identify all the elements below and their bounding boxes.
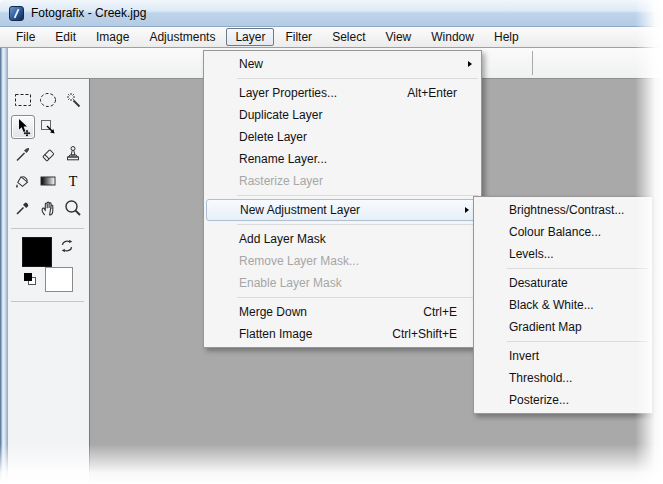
foreground-color-swatch[interactable] [22, 237, 52, 267]
menu-item-label: Delete Layer [239, 130, 307, 144]
fill-tool[interactable] [11, 169, 35, 193]
move-tool[interactable] [11, 115, 35, 139]
hand-tool[interactable] [36, 196, 60, 220]
menu-item-label: Threshold... [509, 371, 572, 385]
zoom-icon [63, 198, 83, 218]
menubar-item-layer[interactable]: Layer [226, 28, 274, 46]
menu-separator [507, 341, 649, 342]
ellipse-select-tool[interactable] [36, 88, 60, 112]
menu-item-rename-layer[interactable]: Rename Layer... [204, 148, 481, 170]
gradient-icon [38, 171, 58, 191]
fill-icon [13, 171, 33, 191]
brush-tool[interactable] [11, 142, 35, 166]
menu-item-label: Rename Layer... [239, 152, 327, 166]
transform-icon [38, 117, 58, 137]
menu-item-label: Posterize... [509, 393, 569, 407]
menu-item-flatten-image[interactable]: Flatten ImageCtrl+Shift+E [204, 323, 481, 345]
toolbox-empty-cell [61, 115, 85, 139]
hand-icon [38, 198, 58, 218]
menubar-item-view[interactable]: View [376, 28, 420, 46]
ellipse-select-icon [38, 90, 58, 110]
default-colors-icon[interactable] [22, 271, 38, 287]
eraser-tool[interactable] [36, 142, 60, 166]
clone-stamp-tool[interactable] [61, 142, 85, 166]
menu-item-rasterize-layer: Rasterize Layer [204, 170, 481, 192]
move-icon [13, 117, 33, 137]
menu-item-remove-layer-mask: Remove Layer Mask... [204, 250, 481, 272]
menubar-item-edit[interactable]: Edit [46, 28, 85, 46]
menu-item-shortcut: Ctrl+Shift+E [392, 327, 473, 341]
layer-menu-popup: NewLayer Properties...Alt+EnterDuplicate… [203, 50, 482, 348]
menu-item-posterize[interactable]: Posterize... [474, 389, 652, 411]
menu-item-duplicate-layer[interactable]: Duplicate Layer [204, 104, 481, 126]
menubar-item-window[interactable]: Window [422, 28, 483, 46]
menu-item-invert[interactable]: Invert [474, 345, 652, 367]
menu-item-label: New Adjustment Layer [240, 203, 360, 217]
submenu-arrow-icon [468, 61, 472, 67]
menu-item-label: Add Layer Mask [239, 232, 326, 246]
menu-item-add-layer-mask[interactable]: Add Layer Mask [204, 228, 481, 250]
text-icon: T [63, 171, 83, 191]
menu-item-label: Flatten Image [239, 327, 312, 341]
menu-item-black-white[interactable]: Black & White... [474, 294, 652, 316]
menu-item-levels[interactable]: Levels... [474, 243, 652, 265]
menu-item-layer-properties[interactable]: Layer Properties...Alt+Enter [204, 82, 481, 104]
options-bar-separator [532, 51, 533, 75]
gradient-tool[interactable] [36, 169, 60, 193]
menu-item-label: Merge Down [239, 305, 307, 319]
eyedropper-tool[interactable] [11, 196, 35, 220]
tool-grid: T [11, 88, 85, 220]
menu-item-enable-layer-mask: Enable Layer Mask [204, 272, 481, 294]
new-adjustment-layer-submenu: Brightness/Contrast...Colour Balance...L… [473, 196, 653, 414]
magic-wand-tool[interactable] [61, 88, 85, 112]
menu-item-new[interactable]: New [204, 53, 481, 75]
menu-item-label: Black & White... [509, 298, 594, 312]
menu-item-label: Layer Properties... [239, 86, 337, 100]
menu-item-label: Remove Layer Mask... [239, 254, 359, 268]
swap-colors-icon[interactable] [59, 238, 75, 254]
menu-item-label: Brightness/Contrast... [509, 203, 624, 217]
clone-stamp-icon [63, 144, 83, 164]
titlebar[interactable]: Fotografix - Creek.jpg [0, 0, 663, 27]
zoom-tool[interactable] [61, 196, 85, 220]
menu-item-label: Rasterize Layer [239, 174, 323, 188]
menu-item-colour-balance[interactable]: Colour Balance... [474, 221, 652, 243]
menu-item-delete-layer[interactable]: Delete Layer [204, 126, 481, 148]
menu-item-new-adjustment-layer[interactable]: New Adjustment Layer [206, 199, 479, 221]
eyedropper-icon [13, 198, 33, 218]
menu-item-shortcut: Alt+Enter [407, 86, 473, 100]
menu-item-label: Levels... [509, 247, 554, 261]
menubar: FileEditImageAdjustmentsLayerFilterSelec… [0, 27, 663, 48]
menu-item-merge-down[interactable]: Merge DownCtrl+E [204, 301, 481, 323]
menu-separator [237, 224, 478, 225]
rect-select-tool[interactable] [11, 88, 35, 112]
menubar-item-help[interactable]: Help [485, 28, 528, 46]
menu-item-gradient-map[interactable]: Gradient Map [474, 316, 652, 338]
menu-item-label: Invert [509, 349, 539, 363]
toolbox-separator [11, 228, 84, 229]
menu-separator [237, 78, 478, 79]
menu-item-threshold[interactable]: Threshold... [474, 367, 652, 389]
eraser-icon [38, 144, 58, 164]
rect-select-icon [13, 90, 33, 110]
menu-item-label: Duplicate Layer [239, 108, 322, 122]
menu-separator [237, 195, 478, 196]
transform-tool[interactable] [36, 115, 60, 139]
menu-item-desaturate[interactable]: Desaturate [474, 272, 652, 294]
window-title: Fotografix - Creek.jpg [31, 6, 146, 20]
menubar-item-filter[interactable]: Filter [276, 28, 321, 46]
menu-item-brightness-contrast[interactable]: Brightness/Contrast... [474, 199, 652, 221]
menubar-item-file[interactable]: File [7, 28, 44, 46]
menubar-item-adjustments[interactable]: Adjustments [140, 28, 224, 46]
application-window: Fotografix - Creek.jpg FileEditImageAdju… [0, 0, 663, 484]
background-color-swatch[interactable] [45, 267, 73, 292]
toolbox-panel: T [8, 79, 90, 484]
menu-separator [507, 268, 649, 269]
window-left-frame [0, 48, 8, 484]
magic-wand-icon [63, 90, 83, 110]
menubar-item-image[interactable]: Image [87, 28, 138, 46]
menubar-item-select[interactable]: Select [323, 28, 374, 46]
text-tool[interactable]: T [61, 169, 85, 193]
brush-icon [13, 144, 33, 164]
menu-item-label: Desaturate [509, 276, 568, 290]
